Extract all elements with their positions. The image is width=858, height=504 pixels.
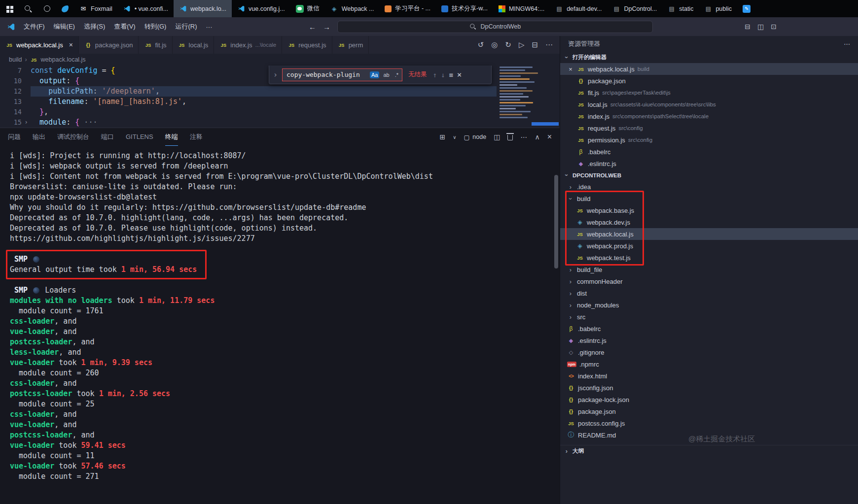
tree-file[interactable]: <>index.html [560, 370, 858, 382]
chevron-down-icon[interactable] [453, 134, 456, 140]
panel-tab[interactable]: GITLENS [126, 128, 153, 146]
match-case-icon[interactable]: Aa [370, 71, 379, 78]
open-editor-item[interactable]: JSrequest.jssrc\config [560, 122, 858, 134]
panel-tab[interactable]: 注释 [190, 128, 203, 146]
tree-folder[interactable]: ›.idea [560, 181, 858, 193]
tree-file[interactable]: JSwebpack.test.js [560, 252, 858, 264]
menu-item[interactable]: 编辑(E) [49, 20, 79, 33]
panel-tab[interactable]: 调试控制台 [57, 128, 89, 146]
workspace-header[interactable]: › DPCONTROLWEB [560, 169, 858, 181]
editor-tab[interactable]: JSlocal.js [173, 36, 214, 54]
outline-section[interactable]: › 大纲 [560, 445, 858, 457]
toggle-sidebar-icon[interactable] [757, 23, 764, 31]
panel-tab[interactable]: 端口 [101, 128, 114, 146]
tree-folder[interactable]: ›commonHeader [560, 275, 858, 287]
find-input[interactable]: copy-webpack-plugin Aa ab .* [282, 68, 402, 81]
menu-item[interactable]: 转到(G) [140, 20, 171, 33]
tree-folder[interactable]: ›dist [560, 287, 858, 299]
editor-tab[interactable]: {}package.json [79, 36, 139, 54]
taskbar-item[interactable]: 技术分享-w... [436, 0, 493, 17]
taskbar-item[interactable]: ▤default-dev... [550, 0, 607, 17]
open-editor-item[interactable]: JSpermission.jssrc\config [560, 134, 858, 146]
tree-file[interactable]: ◇.gitignore [560, 346, 858, 358]
toggle-replace-icon[interactable]: › [273, 70, 278, 79]
next-match-icon[interactable] [441, 71, 445, 79]
taskbar-item[interactable] [0, 0, 19, 17]
menu-item[interactable]: 文件(F) [19, 20, 49, 33]
terminal-instance[interactable]: node [464, 134, 487, 141]
more-panel-actions-icon[interactable] [520, 133, 527, 141]
editor-tab[interactable]: JSrequest.js [282, 36, 332, 54]
close-panel-icon[interactable] [547, 133, 552, 141]
breadcrumb-folder[interactable]: build [9, 56, 22, 63]
tree-file[interactable]: JSpostcss.config.js [560, 417, 858, 429]
menu-item[interactable]: 运行(R) [171, 20, 201, 33]
open-changes-icon[interactable] [491, 40, 498, 49]
taskbar-item[interactable]: ✎ [737, 0, 756, 17]
find-in-selection-icon[interactable] [449, 71, 453, 79]
open-editor-item[interactable]: JSlocal.jssrc\assets\it-uiue\components\… [560, 99, 858, 110]
explorer-more-actions-icon[interactable] [844, 40, 850, 48]
tree-file[interactable]: ◆.eslintrc.js [560, 335, 858, 346]
tree-file[interactable]: JSwebpack.base.js [560, 204, 858, 216]
code-editor[interactable]: 7const devConfig = {10 output: {12 publi… [0, 66, 560, 128]
open-editor-item[interactable]: {}package.json [560, 75, 858, 87]
editor-tab[interactable]: JSperm [332, 36, 369, 54]
open-editor-item[interactable]: JSfit.jssrc\pages\experTask\edit\js [560, 87, 858, 99]
tree-folder[interactable]: ›node_modules [560, 299, 858, 311]
open-editors-header[interactable]: › 打开的编辑器 [560, 52, 858, 63]
taskbar-item[interactable] [56, 0, 74, 17]
regex-icon[interactable]: .* [393, 71, 400, 78]
split-terminal-icon[interactable] [494, 133, 500, 141]
taskbar-item[interactable]: 微信 [290, 0, 325, 17]
menu-item[interactable]: ··· [201, 20, 216, 33]
tree-folder[interactable]: ›build_file [560, 264, 858, 275]
taskbar-item[interactable]: • vue.confi... [118, 0, 174, 17]
minimap[interactable] [500, 67, 546, 127]
tree-file[interactable]: JSwebpack.local.js [560, 228, 858, 240]
terminal-scrollbar[interactable] [554, 175, 558, 269]
close-tab-icon[interactable]: × [69, 41, 73, 49]
more-editor-actions-icon[interactable] [545, 40, 553, 49]
whole-word-icon[interactable]: ab [382, 71, 391, 78]
panel-tab[interactable]: 终端 [165, 128, 178, 146]
editor-tab[interactable]: JSindex.js...\locale [214, 36, 282, 54]
navigate-back-icon[interactable] [309, 23, 316, 31]
editor-tab[interactable]: JSfit.js [139, 36, 172, 54]
taskbar-item[interactable]: ▤public [699, 0, 737, 17]
run-icon[interactable] [519, 40, 525, 49]
taskbar-item[interactable]: 学习平台 - ... [379, 0, 436, 17]
terminal[interactable]: i [wds]: Project is running at http://lo… [0, 146, 560, 504]
open-editor-item[interactable]: β.babelrc [560, 146, 858, 158]
tree-file[interactable]: npm.npmrc [560, 358, 858, 370]
tree-file[interactable]: β.babelrc [560, 323, 858, 335]
menu-item[interactable]: 选择(S) [79, 20, 109, 33]
maximize-panel-icon[interactable] [535, 133, 539, 141]
toggle-panel-icon[interactable] [745, 23, 751, 31]
taskbar-item[interactable] [19, 0, 37, 17]
taskbar-item[interactable]: ▤DpControl... [608, 0, 663, 17]
taskbar-item[interactable]: ◈Webpack ... [325, 0, 380, 17]
breadcrumb-file[interactable]: webpack.local.js [41, 56, 86, 63]
tree-file[interactable]: {}package-lock.json [560, 394, 858, 405]
split-editor-icon[interactable] [532, 40, 538, 49]
taskbar-item[interactable]: vue.config.j... [232, 0, 290, 17]
timeline-icon[interactable] [478, 40, 484, 49]
taskbar-item[interactable]: ▤static [662, 0, 699, 17]
tree-file[interactable]: ◈webpack.dev.js [560, 216, 858, 228]
navigate-forward-icon[interactable] [323, 23, 330, 31]
kill-terminal-icon[interactable] [507, 134, 513, 140]
open-editor-item[interactable]: JSindex.jssrc\components\pathSelect\tree… [560, 110, 858, 122]
previous-match-icon[interactable] [433, 71, 437, 79]
tree-folder[interactable]: ›src [560, 311, 858, 323]
taskbar-item[interactable] [37, 0, 56, 17]
command-center-search[interactable]: DpControlWeb [337, 21, 653, 33]
menu-item[interactable]: 查看(V) [109, 20, 140, 33]
editor-tab[interactable]: JSwebpack.local.js× [0, 36, 79, 54]
tree-file[interactable]: {}jsconfig.json [560, 382, 858, 394]
fold-caret-icon[interactable]: › [22, 117, 31, 128]
close-editor-icon[interactable]: × [567, 66, 574, 73]
panel-tab[interactable]: 输出 [33, 128, 45, 146]
panel-tab[interactable]: 问题 [8, 128, 21, 146]
taskbar-item[interactable]: MINGW64:... [493, 0, 550, 17]
